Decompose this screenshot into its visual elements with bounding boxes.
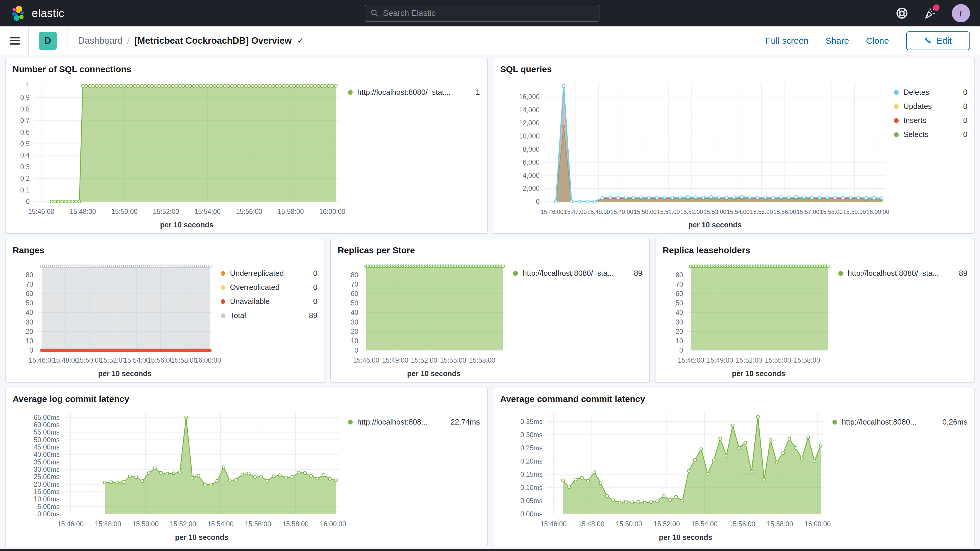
legend-value: 1 <box>468 88 480 97</box>
sql-queries-chart[interactable]: 15:46:0015:47:0015:48:0015:49:0015:50:00… <box>500 75 894 230</box>
legend-label: Total <box>230 311 246 320</box>
legend-value: 89 <box>951 269 967 278</box>
legend-swatch-icon <box>894 104 899 109</box>
legend-item[interactable]: Total89 <box>221 311 318 320</box>
svg-text:15:52:00: 15:52:00 <box>654 520 680 528</box>
svg-text:0.20ms: 0.20ms <box>520 457 542 465</box>
breadcrumb: Dashboard / [Metricbeat CockroachDB] Ove… <box>78 35 304 46</box>
log-commit-latency-chart[interactable]: 15:46:0015:48:0015:50:0015:52:0015:54:00… <box>13 405 348 542</box>
svg-text:30.00ms: 30.00ms <box>34 466 60 473</box>
svg-text:60: 60 <box>351 290 358 298</box>
svg-text:15:56:00: 15:56:00 <box>773 209 796 215</box>
legend-item[interactable]: Unavailable0 <box>221 297 318 306</box>
svg-text:0.4: 0.4 <box>20 151 30 159</box>
svg-text:15:50:00: 15:50:00 <box>132 520 159 528</box>
title-caret-icon[interactable]: ✓ <box>297 36 304 46</box>
notification-dot <box>933 5 940 11</box>
legend-swatch-icon <box>894 118 899 123</box>
help-icon[interactable] <box>896 7 908 20</box>
svg-text:15:58:00: 15:58:00 <box>794 357 820 364</box>
svg-text:15:56:00: 15:56:00 <box>245 520 271 528</box>
command-commit-latency-chart[interactable]: 15:46:0015:48:0015:50:0015:52:0015:54:00… <box>500 405 833 542</box>
app-header: elastic <box>0 0 980 26</box>
svg-text:14,000: 14,000 <box>519 106 539 114</box>
svg-text:50.00ms: 50.00ms <box>34 436 60 444</box>
clone-button[interactable]: Clone <box>866 36 889 46</box>
panel-title: Ranges <box>13 245 318 255</box>
dashboard-grid: Number of SQL connections 15:46:0015:48:… <box>0 55 980 546</box>
newsfeed-icon[interactable] <box>924 7 937 20</box>
svg-text:15:48:00: 15:48:00 <box>95 520 121 528</box>
svg-text:16:00:00: 16:00:00 <box>319 208 346 215</box>
legend-item[interactable]: Overreplicated0 <box>221 283 318 292</box>
svg-text:0.30ms: 0.30ms <box>520 431 542 439</box>
svg-text:0: 0 <box>536 198 539 205</box>
legend-item[interactable]: Updates0 <box>894 102 967 111</box>
ranges-chart[interactable]: 15:46:0015:48:0015:50:0015:52:0015:54:00… <box>13 256 221 379</box>
svg-text:0.2: 0.2 <box>20 175 30 182</box>
panel-replica-leaseholders: Replica leaseholders 15:46:0015:49:0015:… <box>655 239 975 382</box>
global-search[interactable] <box>365 5 600 22</box>
replicas-chart[interactable]: 15:46:0015:49:0015:52:0015:55:0015:58:00… <box>338 256 514 379</box>
legend-item[interactable]: Deletes0 <box>894 88 967 97</box>
legend-value: 0 <box>955 88 967 97</box>
breadcrumb-dashboard[interactable]: Dashboard <box>78 35 123 46</box>
legend-label: Updates <box>904 102 932 111</box>
edit-button[interactable]: ✎ Edit <box>906 32 970 50</box>
window-bottom-edge <box>0 549 980 551</box>
svg-text:15:46:00: 15:46:00 <box>540 520 566 528</box>
legend-item[interactable]: Inserts0 <box>894 116 967 125</box>
legend-item[interactable]: Underreplicated0 <box>221 269 318 278</box>
svg-text:4,000: 4,000 <box>523 172 539 179</box>
svg-text:0: 0 <box>355 347 358 354</box>
svg-text:16:00:00: 16:00:00 <box>195 357 221 364</box>
svg-text:15:50:00: 15:50:00 <box>616 520 642 528</box>
svg-text:per 10 seconds: per 10 seconds <box>160 221 213 229</box>
legend-swatch-icon <box>513 271 518 276</box>
sql-connections-chart[interactable]: 15:46:0015:48:0015:50:0015:52:0015:54:00… <box>13 75 348 230</box>
svg-text:20: 20 <box>25 328 33 335</box>
full-screen-button[interactable]: Full screen <box>765 36 809 46</box>
legend-item[interactable]: Selects0 <box>894 130 967 139</box>
leaseholders-chart[interactable]: 15:46:0015:49:0015:52:0015:55:0015:58:00… <box>662 256 838 379</box>
legend-value: 0 <box>955 116 967 125</box>
svg-text:15:58:00: 15:58:00 <box>171 357 197 364</box>
svg-text:15:46:00: 15:46:00 <box>29 357 55 364</box>
legend-swatch-icon <box>221 271 225 276</box>
hamburger-menu-icon[interactable] <box>10 37 20 45</box>
svg-text:0: 0 <box>26 198 30 205</box>
svg-text:15:52:00: 15:52:00 <box>153 208 179 215</box>
legend-item[interactable]: http://localhost:8080...0.26ms <box>832 417 967 427</box>
legend-value: 89 <box>625 269 642 278</box>
legend-value: 0 <box>305 269 317 278</box>
legend-item[interactable]: http://localhost:808...22.74ms <box>348 417 480 427</box>
legend-value: 0 <box>955 102 967 111</box>
svg-text:65.00ms: 65.00ms <box>34 414 60 421</box>
legend-label: Deletes <box>904 88 929 97</box>
svg-text:15:46:00: 15:46:00 <box>541 209 563 215</box>
svg-text:15:56:00: 15:56:00 <box>236 208 262 215</box>
dashboard-app-badge[interactable]: D <box>39 32 57 50</box>
legend-label: Inserts <box>904 116 926 125</box>
elastic-logo[interactable]: elastic <box>10 5 64 22</box>
share-button[interactable]: Share <box>826 36 849 46</box>
svg-text:15:52:00: 15:52:00 <box>411 357 437 364</box>
svg-text:per 10 seconds: per 10 seconds <box>688 221 741 229</box>
svg-text:15:54:00: 15:54:00 <box>194 208 221 215</box>
svg-text:25.00ms: 25.00ms <box>34 473 60 481</box>
chart-legend: Deletes0Updates0Inserts0Selects0 <box>894 75 967 230</box>
badge-letter: D <box>45 35 51 46</box>
svg-text:15:54:00: 15:54:00 <box>727 209 749 215</box>
legend-swatch-icon <box>832 420 837 425</box>
avatar[interactable]: r <box>952 4 970 22</box>
svg-text:50: 50 <box>25 299 33 307</box>
legend-item[interactable]: http://localhost:8080/_sta...89 <box>838 269 967 278</box>
search-input[interactable] <box>383 8 593 18</box>
panel-log-commit-latency: Average log commit latency 15:46:0015:48… <box>5 388 488 546</box>
legend-item[interactable]: http://localhost:8080/_sta...89 <box>513 269 642 278</box>
legend-item[interactable]: http://localhost:8080/_stat...1 <box>348 88 480 97</box>
svg-text:per 10 seconds: per 10 seconds <box>175 533 228 541</box>
svg-text:0: 0 <box>29 347 33 354</box>
legend-label: Selects <box>904 130 928 139</box>
svg-text:40: 40 <box>25 309 33 316</box>
